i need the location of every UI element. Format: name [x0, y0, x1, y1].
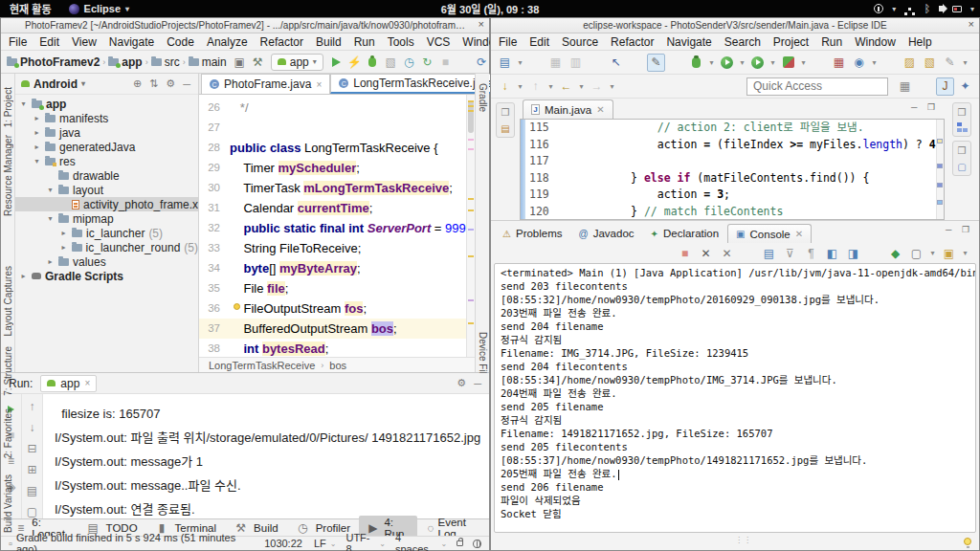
- clear-console-icon[interactable]: ▤: [760, 244, 778, 262]
- tree-item-generatedjava[interactable]: ▸generatedJava: [15, 140, 198, 154]
- restore-view-icon[interactable]: ❐: [955, 106, 969, 118]
- console-tab-problems[interactable]: ⚠Problems: [495, 224, 570, 243]
- code-line-31[interactable]: 31 Calendar currentTime;: [199, 198, 475, 218]
- editor-marker-strip[interactable]: [466, 95, 475, 357]
- prev-annotation-icon[interactable]: ↑: [526, 77, 545, 96]
- menu-build[interactable]: Build: [316, 35, 342, 49]
- menu-project[interactable]: Project: [773, 35, 809, 49]
- remove-all-icon[interactable]: ✕: [718, 244, 736, 262]
- chevron-right-icon[interactable]: ▸: [46, 257, 55, 266]
- run-tab-app[interactable]: app ×: [40, 375, 97, 392]
- code-line-34[interactable]: 34 byte[] myByteArray;: [199, 258, 475, 278]
- lock-icon[interactable]: [457, 540, 463, 546]
- annotation-mark[interactable]: [937, 200, 943, 205]
- menu-file[interactable]: File: [499, 35, 517, 49]
- code-line-115[interactable]: 115 // action 2: client로 파일을 보냄.: [521, 120, 944, 137]
- code-line-118[interactable]: 118 } else if (matFileContents.find()) {: [521, 170, 944, 187]
- menu-search[interactable]: Search: [724, 35, 761, 49]
- menu-refactor[interactable]: Refactor: [611, 35, 654, 49]
- chevron-down-icon[interactable]: ▾: [33, 157, 41, 165]
- pin-console-icon[interactable]: ◆: [886, 244, 904, 262]
- annotation-mark[interactable]: [937, 139, 943, 143]
- chevron-down-icon[interactable]: ▾: [46, 186, 55, 194]
- code-line-36[interactable]: 36 FileOutputStream fos;: [199, 298, 475, 319]
- console-tab-javadoc[interactable]: @Javadoc: [571, 224, 642, 243]
- editor-marker[interactable]: [468, 110, 474, 112]
- run-console-output[interactable]: filesize is: 165707I/System.out: 파일 출력 위…: [43, 394, 489, 518]
- battery-icon[interactable]: [952, 6, 962, 12]
- code-line-35[interactable]: 35 File file;: [199, 278, 475, 298]
- caret-icon[interactable]: ▾: [870, 54, 879, 72]
- code-line-38[interactable]: 38 int bytesRead;: [199, 339, 475, 357]
- minimize-maximize-icons[interactable]: ─ ❐: [946, 225, 973, 234]
- caret-icon[interactable]: ▾: [799, 54, 808, 72]
- menu-run[interactable]: Run: [821, 35, 842, 49]
- tree-item-drawable[interactable]: drawable: [15, 168, 198, 183]
- down-icon[interactable]: ↓: [23, 421, 41, 434]
- junit-icon[interactable]: ▦: [830, 54, 848, 72]
- system-tray[interactable]: ▾ ᛒ ▾: [874, 0, 974, 17]
- editor-marker[interactable]: [468, 299, 474, 301]
- caret-position[interactable]: 1030:22: [264, 538, 302, 549]
- chevron-right-icon[interactable]: ▸: [33, 114, 41, 122]
- terminate-icon[interactable]: ■: [676, 244, 694, 262]
- bluetooth-icon[interactable]: ᛒ: [924, 4, 930, 14]
- profiler-icon[interactable]: ◷: [400, 53, 418, 71]
- tool-strip-build-variants[interactable]: Build Variants: [3, 474, 13, 533]
- caret-icon[interactable]: ▾: [608, 77, 616, 96]
- settings-gear-icon[interactable]: ⚙: [164, 77, 177, 90]
- chevron-right-icon[interactable]: ▸: [59, 229, 68, 237]
- print-icon[interactable]: ▤: [23, 484, 41, 497]
- collapse-all-icon[interactable]: ⇅: [147, 77, 160, 90]
- breadcrumb-segment[interactable]: main: [189, 55, 227, 69]
- editor-marker[interactable]: [468, 105, 474, 107]
- editor-marker[interactable]: [468, 100, 474, 102]
- intention-bulb-icon[interactable]: [234, 303, 240, 310]
- tool-strip-resource-manager[interactable]: Resource Manager: [3, 135, 13, 216]
- collapse-all-icon[interactable]: ⊟: [23, 442, 41, 455]
- caret-icon[interactable]: ▾: [707, 54, 716, 72]
- menu-source[interactable]: Source: [562, 35, 598, 49]
- apply-changes-icon[interactable]: ⚡: [345, 53, 364, 71]
- close-icon[interactable]: ×: [479, 18, 484, 30]
- restore-view-icon[interactable]: ❐: [499, 106, 512, 118]
- task-list-minimized[interactable]: ❐ ▢: [952, 141, 971, 176]
- close-icon[interactable]: ×: [969, 18, 974, 30]
- tree-item-ic-launcher[interactable]: ▸ic_launcher (5): [15, 226, 198, 240]
- caret-icon[interactable]: ▾: [768, 54, 777, 72]
- breadcrumb-longtermtaskreceive[interactable]: LongTermTaskReceive: [209, 360, 315, 371]
- focused-app-menu[interactable]: Eclipse ▾: [61, 3, 138, 14]
- layout-editor-icon[interactable]: ▣: [231, 53, 249, 71]
- hide-panel-icon[interactable]: ─: [474, 378, 481, 389]
- editor-breadcrumb[interactable]: LongTermTaskReceive›bos: [199, 357, 475, 372]
- package-explorer-minimized[interactable]: ❐ ▤: [496, 102, 515, 138]
- outline-view-icon[interactable]: [957, 122, 968, 133]
- coverage-icon[interactable]: ▧: [382, 53, 400, 71]
- code-line-117[interactable]: 117: [521, 153, 944, 170]
- open-console-icon[interactable]: ▣: [940, 244, 958, 262]
- restore-view-icon[interactable]: ❐: [955, 144, 969, 156]
- menu-view[interactable]: View: [72, 35, 97, 49]
- close-icon[interactable]: ×: [84, 378, 90, 388]
- menu-tools[interactable]: Tools: [388, 35, 414, 49]
- menu-edit[interactable]: Edit: [39, 35, 59, 49]
- code-line-28[interactable]: 28public class LongTermTaskReceive {: [199, 138, 475, 158]
- caret-icon[interactable]: ▾: [546, 77, 555, 96]
- sync-gradle-icon[interactable]: ⟳: [473, 53, 491, 71]
- run-play-icon[interactable]: [327, 53, 345, 71]
- menu-analyze[interactable]: Analyze: [207, 35, 248, 49]
- new-wizard-icon[interactable]: ▤: [496, 54, 514, 72]
- editor-marker[interactable]: [468, 322, 474, 324]
- editor-marker[interactable]: [468, 229, 474, 231]
- code-editor[interactable]: 26 */2728public class LongTermTaskReceiv…: [199, 95, 475, 357]
- editor-marker[interactable]: [468, 255, 474, 257]
- caret-icon[interactable]: ▾: [738, 54, 746, 72]
- tool-strip-2-favorites[interactable]: 2: Favorites: [3, 408, 13, 458]
- expand-all-icon[interactable]: ⊞: [23, 463, 41, 476]
- editor-tab-main-java[interactable]: J Main.java ✕: [523, 99, 613, 119]
- chevron-right-icon[interactable]: ▸: [19, 272, 28, 280]
- code-line-33[interactable]: 33 String FileToReceive;: [199, 238, 475, 258]
- network-icon[interactable]: [908, 8, 911, 11]
- tree-item-mipmap[interactable]: ▾mipmap: [15, 211, 198, 226]
- editor-marker[interactable]: [468, 148, 474, 150]
